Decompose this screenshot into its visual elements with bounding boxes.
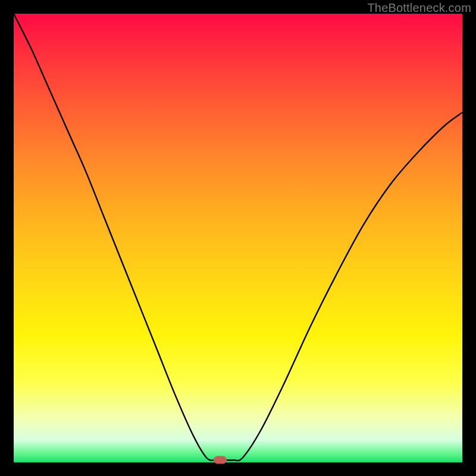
bottleneck-curve [14, 14, 462, 462]
plot-area [14, 14, 462, 462]
curve-path [14, 14, 462, 461]
optimum-marker [214, 456, 227, 464]
watermark-text: TheBottleneck.com [367, 1, 471, 15]
